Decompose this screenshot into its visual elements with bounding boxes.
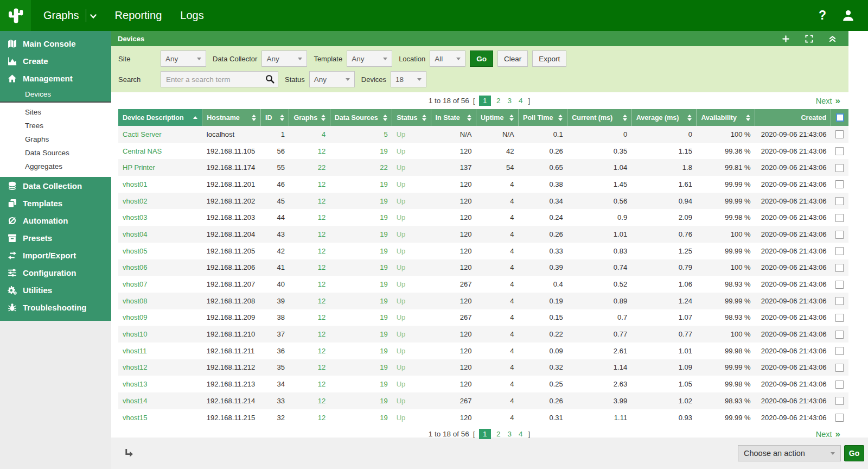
device-description-cell[interactable]: vhost03 (118, 209, 202, 226)
sidebar-item-templates[interactable]: Templates (0, 194, 111, 212)
sidebar-item-troubleshooting[interactable]: Troubleshooting (0, 299, 111, 316)
row-checkbox[interactable] (835, 264, 844, 272)
row-checkbox[interactable] (835, 347, 844, 355)
row-checkbox[interactable] (835, 381, 844, 389)
column-header-average-ms[interactable]: Average (ms) (631, 109, 697, 126)
device-description-cell[interactable]: vhost11 (118, 343, 202, 359)
site-select[interactable]: Any (161, 50, 206, 67)
device-description-cell[interactable]: vhost08 (118, 293, 202, 309)
column-header-id[interactable]: ID (260, 109, 289, 126)
menu-item-graphs[interactable]: Graphs (34, 0, 106, 31)
location-select[interactable]: All (430, 50, 465, 67)
page-link-2[interactable]: 2 (495, 96, 502, 105)
select-all-checkbox[interactable] (836, 113, 844, 122)
devices-per-page-select[interactable]: 18 (391, 71, 426, 87)
device-description-cell[interactable]: vhost14 (118, 392, 202, 409)
row-checkbox[interactable] (835, 231, 844, 239)
device-description-cell[interactable]: vhost05 (118, 243, 202, 259)
next-page-link[interactable]: Next » (816, 426, 840, 442)
device-description-cell[interactable]: vhost07 (118, 276, 202, 293)
sidebar-subitem-devices[interactable]: Devices (0, 87, 111, 102)
sidebar-item-data-collection[interactable]: Data Collection (0, 177, 111, 194)
add-device-icon[interactable] (782, 35, 790, 43)
device-description-cell[interactable]: vhost06 (118, 259, 202, 276)
device-description-cell[interactable]: vhost15 (118, 409, 202, 426)
row-checkbox[interactable] (835, 197, 844, 205)
template-select[interactable]: Any (347, 50, 392, 67)
data-collector-select[interactable]: Any (261, 50, 307, 67)
row-checkbox[interactable] (835, 364, 844, 372)
device-description-cell[interactable]: vhost02 (118, 193, 202, 210)
column-header-poll-time[interactable]: Poll Time (519, 109, 567, 126)
sidebar-subitem-sites[interactable]: Sites (0, 105, 111, 119)
page-link-4[interactable]: 4 (517, 429, 525, 439)
device-description-cell[interactable]: vhost13 (118, 376, 202, 392)
sidebar-filler (0, 321, 111, 469)
column-header-current-ms[interactable]: Current (ms) (567, 109, 631, 126)
column-header-availability[interactable]: Availability (697, 109, 755, 126)
search-input[interactable] (161, 71, 278, 87)
action-select[interactable]: Choose an action (738, 445, 841, 461)
row-checkbox[interactable] (835, 397, 844, 405)
sidebar-item-automation[interactable]: Automation (0, 212, 111, 229)
next-page-link[interactable]: Next » (816, 92, 840, 109)
row-checkbox[interactable] (835, 314, 844, 322)
row-checkbox[interactable] (835, 214, 844, 222)
sidebar-subitem-data-sources[interactable]: Data Sources (0, 146, 111, 160)
row-checkbox[interactable] (835, 247, 844, 255)
row-checkbox[interactable] (835, 147, 844, 155)
column-header-data-sources[interactable]: Data Sources (330, 109, 392, 126)
sidebar-item-utilities[interactable]: Utilities (0, 281, 111, 299)
sidebar-item-management[interactable]: Management (0, 69, 111, 87)
column-header-created[interactable]: Created (755, 109, 831, 126)
device-description-cell[interactable]: vhost01 (118, 176, 202, 193)
device-description-cell[interactable]: vhost10 (118, 326, 202, 343)
fullscreen-icon[interactable] (805, 35, 813, 43)
sidebar-item-main-console[interactable]: Main Console (0, 35, 111, 52)
menu-item-logs[interactable]: Logs (171, 0, 213, 31)
cacti-logo[interactable] (0, 0, 31, 31)
menu-item-reporting[interactable]: Reporting (106, 0, 171, 31)
page-link-3[interactable]: 3 (506, 96, 514, 105)
sidebar-item-create[interactable]: Create (0, 52, 111, 69)
device-description-cell[interactable]: Central NAS (118, 143, 202, 160)
hostname-cell: 192.168.11.174 (202, 159, 261, 176)
search-icon[interactable] (265, 74, 275, 84)
row-checkbox[interactable] (835, 297, 844, 305)
user-icon[interactable] (841, 9, 855, 22)
action-go-button[interactable]: Go (844, 445, 864, 461)
row-checkbox[interactable] (835, 281, 844, 289)
column-header-select-all[interactable] (831, 109, 848, 126)
device-description-cell[interactable]: vhost12 (118, 359, 202, 376)
help-icon[interactable]: ? (819, 9, 826, 22)
device-description-cell[interactable]: HP Printer (118, 159, 202, 176)
column-header-uptime[interactable]: Uptime (476, 109, 518, 126)
sidebar-subitem-trees[interactable]: Trees (0, 119, 111, 132)
column-header-graphs[interactable]: Graphs (289, 109, 330, 126)
export-button[interactable]: Export (532, 50, 566, 67)
page-link-4[interactable]: 4 (517, 96, 525, 105)
page-link-3[interactable]: 3 (506, 429, 514, 439)
clear-button[interactable]: Clear (497, 50, 528, 67)
column-header-status[interactable]: Status (392, 109, 431, 126)
go-button[interactable]: Go (470, 50, 493, 67)
column-header-in-state[interactable]: In State (431, 109, 476, 126)
row-checkbox[interactable] (835, 331, 844, 339)
collapse-panel-icon[interactable] (828, 35, 837, 43)
sidebar-item-presets[interactable]: Presets (0, 229, 111, 246)
row-checkbox[interactable] (835, 414, 844, 422)
device-description-cell[interactable]: Cacti Server (118, 126, 202, 143)
device-description-cell[interactable]: vhost04 (118, 226, 202, 243)
status-select[interactable]: Any (309, 71, 355, 87)
sidebar-item-import-export[interactable]: Import/Export (0, 246, 111, 264)
row-checkbox[interactable] (835, 130, 844, 138)
sidebar-item-configuration[interactable]: Configuration (0, 264, 111, 281)
sidebar-subitem-aggregates[interactable]: Aggregates (0, 160, 111, 173)
row-checkbox[interactable] (835, 164, 844, 172)
row-checkbox[interactable] (835, 180, 844, 188)
column-header-hostname[interactable]: Hostname (202, 109, 261, 126)
column-header-device-description[interactable]: Device Description (118, 109, 202, 126)
device-description-cell[interactable]: vhost09 (118, 309, 202, 326)
sidebar-subitem-graphs[interactable]: Graphs (0, 132, 111, 146)
page-link-2[interactable]: 2 (495, 429, 502, 439)
